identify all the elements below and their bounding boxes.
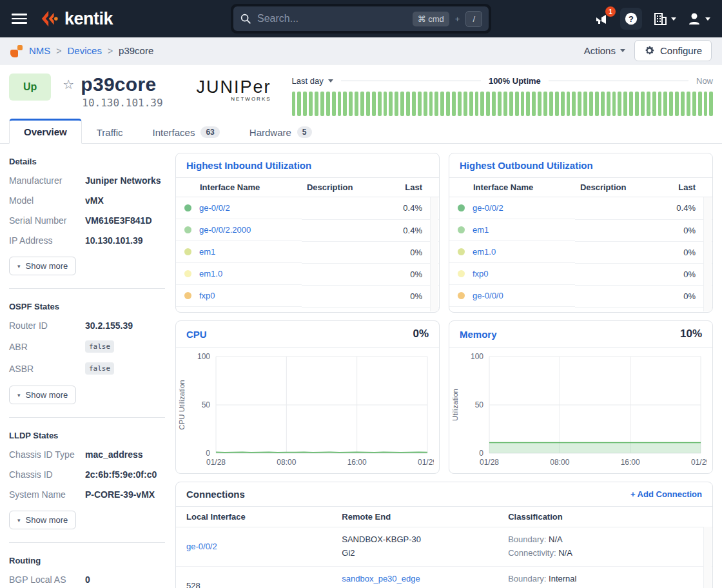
breadcrumb-devices-link[interactable]: Devices xyxy=(68,45,102,56)
description-cell xyxy=(575,219,654,241)
uptime-bar xyxy=(338,92,342,116)
tab-label: Traffic xyxy=(97,127,123,138)
tab-interfaces[interactable]: Interfaces 63 xyxy=(138,120,235,144)
tab-overview[interactable]: Overview xyxy=(9,119,82,144)
table-row: em1.00% xyxy=(176,263,439,285)
y-tick-label: 100 xyxy=(197,352,210,361)
chevron-down-icon: ▾ xyxy=(17,392,21,398)
scrollbar[interactable] xyxy=(430,197,438,311)
scrollbar[interactable] xyxy=(703,197,712,311)
actions-dropdown[interactable]: Actions xyxy=(584,45,625,56)
uptime-bar xyxy=(658,92,662,116)
configure-button[interactable]: Configure xyxy=(634,40,712,61)
inbound-card-title[interactable]: Highest Inbound Utilization xyxy=(186,160,311,171)
show-more-button[interactable]: ▾Show more xyxy=(9,386,76,404)
interface-link[interactable]: fxp0 xyxy=(199,291,215,300)
uptime-bar xyxy=(669,92,673,116)
description-cell xyxy=(575,285,654,307)
detail-value: 0 xyxy=(85,574,90,585)
company-menu-button[interactable] xyxy=(652,11,676,26)
remote-end-line: sandbox_pe30_edge xyxy=(342,573,487,586)
description-cell xyxy=(575,197,654,220)
show-more-button[interactable]: ▾Show more xyxy=(9,257,76,275)
interface-cell: ge-0/0/2 xyxy=(449,197,575,219)
column-header: Interface Name xyxy=(449,178,575,197)
x-tick-label: 01/28 xyxy=(206,458,226,467)
uptime-bar xyxy=(543,92,547,116)
uptime-bar xyxy=(538,92,542,116)
tab-bar: Overview Traffic Interfaces 63 Hardware … xyxy=(0,119,722,144)
cpu-card-title[interactable]: CPU xyxy=(186,329,207,340)
detail-row: IP Address10.130.101.39 xyxy=(9,235,165,246)
table-row: ge-0/0/20.4% xyxy=(449,197,712,220)
remote-text: Gi2 xyxy=(342,548,355,558)
detail-label: Model xyxy=(9,195,85,206)
uptime-bar xyxy=(315,92,318,116)
breadcrumb-current: p39core xyxy=(119,45,153,56)
classification-line: Connectivity: N/A xyxy=(508,547,702,560)
local-interface-cell: 528 xyxy=(176,566,331,588)
add-connection-button[interactable]: + Add Connection xyxy=(630,489,702,499)
uptime-bar xyxy=(509,92,513,116)
search-box[interactable]: ⌘ cmd + / xyxy=(233,6,489,31)
uptime-bar xyxy=(641,92,645,116)
building-icon xyxy=(652,11,668,26)
classification-value: N/A xyxy=(558,548,572,558)
memory-card-title[interactable]: Memory xyxy=(460,329,497,340)
utilization-dot xyxy=(458,270,465,277)
interface-link[interactable]: ge-0/0/2 xyxy=(186,542,217,551)
search-input[interactable] xyxy=(257,13,407,24)
classification-line: Boundary: N/A xyxy=(508,533,702,547)
utilization-dot xyxy=(458,292,465,299)
menu-icon[interactable] xyxy=(12,14,27,24)
uptime-bar xyxy=(647,92,650,116)
interface-link[interactable]: ge-0/0/2 xyxy=(473,203,503,213)
interface-link[interactable]: em1.0 xyxy=(473,247,496,257)
interface-link[interactable]: em1 xyxy=(473,225,489,235)
vendor-logo-subtext: NETWORKS xyxy=(197,96,271,102)
utilization-dot xyxy=(184,248,191,255)
series-area xyxy=(489,443,701,454)
favorite-star-icon[interactable]: ☆ xyxy=(63,77,74,92)
uptime-bar xyxy=(652,92,656,116)
column-header: Last xyxy=(654,178,712,197)
detail-value: false xyxy=(85,340,114,353)
scrollbar[interactable] xyxy=(703,527,712,588)
kentik-nms-device-page: kentik ⌘ cmd + / 1 xyxy=(0,0,722,588)
chevron-down-icon xyxy=(328,79,333,83)
tab-hardware[interactable]: Hardware 5 xyxy=(235,120,327,144)
uptime-bar xyxy=(532,92,536,116)
detail-value: 2c:6b:f5:9e:0f:c0 xyxy=(85,469,157,480)
vendor-logo-text: JUNIPer xyxy=(197,79,271,96)
uptime-bar xyxy=(332,92,336,116)
show-more-button[interactable]: ▾Show more xyxy=(9,511,76,529)
interface-link[interactable]: em1 xyxy=(199,247,215,257)
detail-label: Serial Number xyxy=(9,215,85,226)
interface-link[interactable]: ge-0/0/2.2000 xyxy=(199,225,251,235)
uptime-section: Last day 100% Uptime Now xyxy=(292,76,713,116)
interface-link[interactable]: ge-0/0/2 xyxy=(199,203,230,213)
uptime-bar xyxy=(618,92,621,116)
divider xyxy=(9,417,165,418)
breadcrumb-nms-link[interactable]: NMS xyxy=(29,45,50,56)
search-container: ⌘ cmd + / xyxy=(231,4,491,34)
user-menu-button[interactable] xyxy=(687,11,710,26)
kentik-chevrons-icon xyxy=(40,9,59,28)
utilization-dot xyxy=(184,226,191,233)
local-interface-cell: ge-0/0/2 xyxy=(176,527,331,567)
interface-cell: em1.0 xyxy=(449,241,575,263)
interface-link[interactable]: em1.0 xyxy=(199,269,222,279)
interface-link[interactable]: fxp0 xyxy=(473,269,489,279)
top-nav-bar: kentik ⌘ cmd + / 1 xyxy=(0,0,722,37)
tab-count-badge: 63 xyxy=(200,126,219,138)
tab-traffic[interactable]: Traffic xyxy=(82,121,138,144)
outbound-card-title[interactable]: Highest Outbound Utilization xyxy=(460,160,593,171)
kentik-logo[interactable]: kentik xyxy=(40,9,113,29)
remote-link[interactable]: sandbox_pe30_edge xyxy=(342,574,420,583)
notifications-button[interactable]: 1 xyxy=(594,11,610,26)
help-button[interactable]: ? xyxy=(620,8,642,30)
table-row: em10% xyxy=(176,241,439,263)
time-range-dropdown[interactable]: Last day xyxy=(292,76,333,86)
interface-link[interactable]: ge-0/0/0 xyxy=(473,291,503,300)
connections-card: Connections + Add Connection Local Inter… xyxy=(175,482,713,588)
